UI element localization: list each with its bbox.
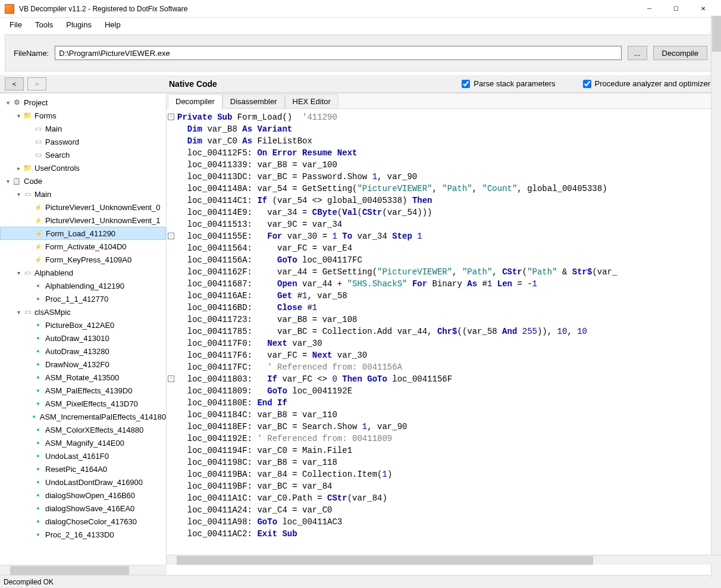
- tree-node[interactable]: Proc_1_1_412770: [0, 292, 166, 305]
- tree-node[interactable]: Alphablending_412190: [0, 279, 166, 292]
- code-line: loc_0041162F: var_44 = GetSetting("Pictu…: [177, 266, 721, 278]
- fold-toggle-icon[interactable]: −: [168, 114, 174, 120]
- tree-label: Forms: [35, 111, 57, 120]
- tree-twisty-icon[interactable]: ▾: [14, 270, 23, 276]
- maximize-button[interactable]: ☐: [663, 1, 689, 17]
- tree-label: ASM_PixelEffects_413D70: [45, 399, 138, 408]
- tree-panel[interactable]: ▾Project▾📁FormsMainPasswordSearch▸📁UserC…: [0, 93, 167, 565]
- tree-node[interactable]: ▾Code: [0, 174, 166, 187]
- tree-node[interactable]: UndoLast_4161F0: [0, 449, 166, 462]
- tree-node[interactable]: PictureViever1_UnknownEvent_1: [0, 214, 166, 227]
- tree-hscrollbar[interactable]: [0, 565, 167, 575]
- tree-node[interactable]: dialogShowOpen_416B60: [0, 489, 166, 502]
- tree-node[interactable]: Password: [0, 135, 166, 148]
- window-title: VB Decompiler v11.2 - Registered to DotF…: [19, 5, 636, 13]
- tree-node[interactable]: Form_Activate_4104D0: [0, 240, 166, 253]
- parse-stack-check-input[interactable]: [462, 80, 470, 88]
- filename-input[interactable]: [55, 46, 621, 60]
- tree-label: UndoLast_4161F0: [45, 452, 109, 461]
- tree-label: ASM_PalEffects_4139D0: [45, 386, 132, 395]
- code-area[interactable]: −−−Private Sub Form_Load() '411290 Dim v…: [167, 109, 721, 555]
- code-line: loc_004118EF: var_BC = Search.Show 1, va…: [177, 421, 721, 433]
- tree-twisty-icon[interactable]: ▾: [4, 178, 12, 184]
- tree-node[interactable]: Proc_2_16_4133D0: [0, 528, 166, 541]
- nav-back-button[interactable]: <: [5, 77, 24, 90]
- tree-node[interactable]: PictureBox_412AE0: [0, 318, 166, 331]
- tab-hex-editor[interactable]: HEX Editor: [285, 94, 338, 108]
- title-bar: VB Decompiler v11.2 - Registered to DotF…: [0, 0, 721, 18]
- tree-node[interactable]: AutoDraw_413280: [0, 345, 166, 358]
- tree-meth-c-icon: [33, 425, 43, 434]
- tree-node[interactable]: dialogChoseColor_417630: [0, 515, 166, 528]
- parse-stack-checkbox[interactable]: Parse stack parameters: [462, 79, 555, 88]
- tree-node[interactable]: Main: [0, 122, 166, 135]
- procedure-analyzer-check-input[interactable]: [583, 80, 591, 88]
- code-line: loc_004112F5: On Error Resume Next: [177, 147, 721, 159]
- tree-node[interactable]: PictureViever1_UnknownEvent_0: [0, 201, 166, 214]
- tree-node[interactable]: ▸📁UserControls: [0, 161, 166, 174]
- tree-node[interactable]: ASM_Rotate_413500: [0, 371, 166, 384]
- tree-node[interactable]: Form_KeyPress_4109A0: [0, 253, 166, 266]
- code-vscrollbar[interactable]: [711, 93, 721, 565]
- menu-plugins[interactable]: Plugins: [60, 19, 98, 30]
- tree-meth-c-icon: [33, 464, 43, 474]
- tree-node[interactable]: ASM_Magnify_414E00: [0, 436, 166, 449]
- tab-decompiler[interactable]: Decompiler: [168, 94, 222, 109]
- close-button[interactable]: ✕: [689, 1, 716, 17]
- tree-meth-y-icon: [33, 255, 43, 264]
- tree-node[interactable]: ASM_ColorXEffects_414880: [0, 423, 166, 436]
- menu-help[interactable]: Help: [99, 19, 127, 30]
- decompile-button[interactable]: Decompile: [653, 46, 707, 60]
- tree-meth-c-icon: [33, 477, 43, 487]
- code-line: loc_004119BF: var_BC = var_84: [177, 480, 721, 492]
- tree-node[interactable]: ASM_PixelEffects_413D70: [0, 397, 166, 410]
- tree-node[interactable]: ResetPic_4164A0: [0, 462, 166, 476]
- tree-node[interactable]: UndoLastDontDraw_416900: [0, 476, 166, 489]
- fold-toggle-icon[interactable]: −: [168, 376, 174, 382]
- tree-label: Form_Load_411290: [46, 229, 115, 238]
- tree-node[interactable]: ASM_PalEffects_4139D0: [0, 384, 166, 397]
- tree-label: AutoDraw_413010: [45, 334, 109, 343]
- tree-node[interactable]: Search: [0, 148, 166, 161]
- procedure-analyzer-checkbox[interactable]: Procedure analyzer and optimizer: [583, 79, 710, 88]
- fold-toggle-icon[interactable]: −: [168, 233, 174, 239]
- tree-node[interactable]: dialogShowSave_416EA0: [0, 502, 166, 515]
- tree-node[interactable]: ▾📁Forms: [0, 109, 166, 122]
- tree-twisty-icon[interactable]: ▸: [14, 165, 23, 171]
- code-line: Dim var_B8 As Variant: [177, 123, 721, 135]
- tree-node[interactable]: DrawNow_4132F0: [0, 358, 166, 371]
- tree-module-icon: [23, 307, 32, 317]
- tree-node[interactable]: AutoDraw_413010: [0, 331, 166, 345]
- menu-file[interactable]: File: [4, 19, 28, 30]
- tree-meth-c-icon: [33, 373, 43, 382]
- tree-meth-c-icon: [31, 412, 37, 421]
- tree-node[interactable]: ASM_IncrementalPalEffects_414180: [0, 410, 166, 423]
- tree-twisty-icon[interactable]: ▾: [4, 99, 12, 106]
- tree-meth-y-icon: [34, 229, 43, 238]
- tree-node[interactable]: ▾Main: [0, 187, 166, 201]
- tree-twisty-icon[interactable]: ▾: [14, 191, 23, 198]
- tree-label: AutoDraw_413280: [45, 347, 109, 356]
- tree-meth-c-icon: [33, 333, 43, 343]
- code-line: loc_00411809: GoTo loc_0041192E: [177, 385, 721, 397]
- tab-disassembler[interactable]: Disassembler: [222, 94, 285, 108]
- menu-tools[interactable]: Tools: [29, 19, 59, 30]
- tree-node[interactable]: Form_Load_411290: [0, 227, 166, 240]
- browse-button[interactable]: ...: [628, 46, 647, 60]
- tree-label: clsASMpic: [35, 308, 71, 317]
- tree-node[interactable]: ▾Project: [0, 96, 166, 109]
- code-line: loc_00411A98: GoTo loc_00411AC3: [177, 516, 721, 528]
- tree-twisty-icon[interactable]: ▾: [14, 112, 23, 119]
- tree-twisty-icon[interactable]: ▾: [14, 309, 23, 315]
- code-line: loc_00411513: var_9C = var_34: [177, 218, 721, 230]
- code-line: loc_0041192E: ' Referenced from: 0041180…: [177, 433, 721, 445]
- tree-label: Code: [24, 177, 42, 186]
- tree-node[interactable]: ▾clsASMpic: [0, 305, 166, 318]
- code-hscrollbar[interactable]: [167, 555, 721, 565]
- tree-meth-g-icon: [33, 281, 43, 290]
- minimize-button[interactable]: ─: [636, 1, 663, 17]
- code-line: loc_0041148A: var_54 = GetSetting("Pictu…: [177, 183, 721, 195]
- nav-forward-button[interactable]: >: [27, 77, 46, 90]
- tree-node[interactable]: ▾Alphablend: [0, 266, 166, 279]
- tree-label: Proc_1_1_412770: [45, 295, 108, 304]
